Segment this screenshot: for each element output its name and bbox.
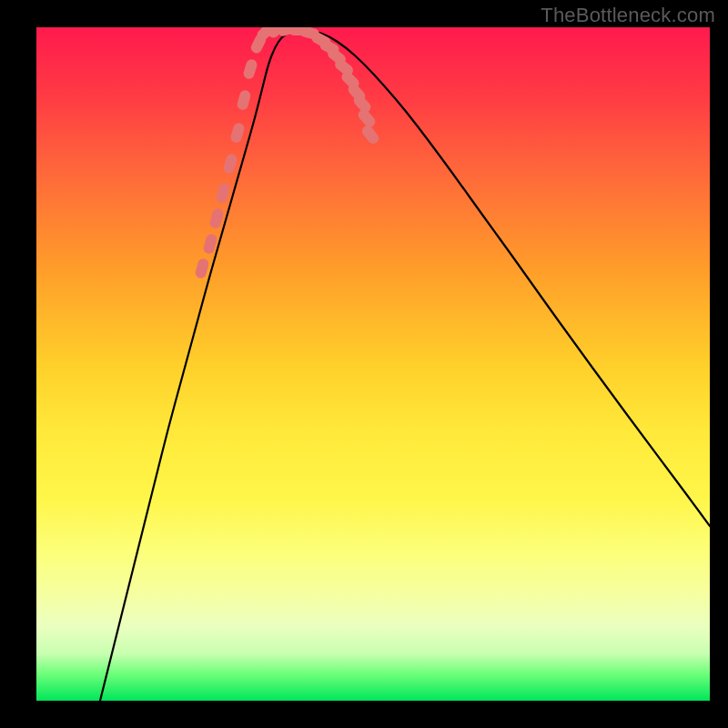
heat-gradient-background <box>36 27 710 701</box>
plot-area <box>36 27 710 701</box>
chart-container: TheBottleneck.com <box>0 0 728 728</box>
watermark-text: TheBottleneck.com <box>541 4 715 27</box>
